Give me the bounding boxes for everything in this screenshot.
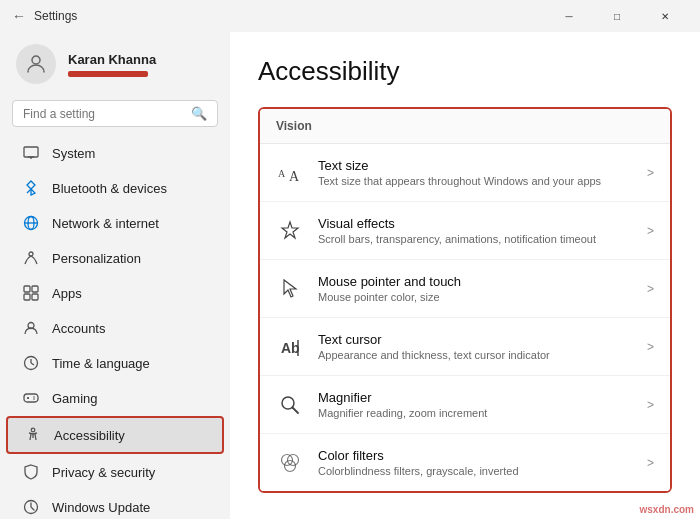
nav-list: SystemBluetooth & devicesNetwork & inter… [0, 135, 230, 519]
titlebar-title: Settings [34, 9, 77, 23]
svg-point-20 [33, 396, 35, 398]
sidebar-item-network[interactable]: Network & internet [6, 206, 224, 240]
color-filters-chevron-icon: > [647, 456, 654, 470]
sidebar-item-apps[interactable]: Apps [6, 276, 224, 310]
bluetooth-label: Bluetooth & devices [52, 181, 167, 196]
text-cursor-icon: Ab [276, 333, 304, 361]
mouse-pointer-chevron-icon: > [647, 282, 654, 296]
color-filters-text: Color filtersColorblindness filters, gra… [318, 448, 633, 477]
color-filters-description: Colorblindness filters, grayscale, inver… [318, 465, 633, 477]
svg-point-0 [32, 56, 40, 64]
mouse-pointer-icon [276, 275, 304, 303]
svg-text:A: A [289, 169, 300, 183]
svg-rect-17 [24, 394, 38, 402]
sidebar-item-system[interactable]: System [6, 136, 224, 170]
sidebar-item-bluetooth[interactable]: Bluetooth & devices [6, 171, 224, 205]
system-label: System [52, 146, 95, 161]
mouse-pointer-text: Mouse pointer and touchMouse pointer col… [318, 274, 633, 303]
text-size-icon: AA [276, 159, 304, 187]
text-size-title: Text size [318, 158, 633, 173]
visual-effects-chevron-icon: > [647, 224, 654, 238]
mouse-pointer-title: Mouse pointer and touch [318, 274, 633, 289]
main-content: Karan Khanna 🔍 SystemBluetooth & devices… [0, 32, 700, 519]
text-cursor-title: Text cursor [318, 332, 633, 347]
svg-rect-1 [24, 147, 38, 157]
svg-line-16 [31, 363, 34, 365]
accounts-label: Accounts [52, 321, 105, 336]
back-icon[interactable]: ← [12, 8, 26, 24]
svg-point-8 [29, 252, 33, 256]
visual-effects-description: Scroll bars, transparency, animations, n… [318, 233, 633, 245]
system-icon [22, 144, 40, 162]
user-info: Karan Khanna [68, 52, 156, 77]
svg-point-21 [33, 398, 35, 400]
text-cursor-chevron-icon: > [647, 340, 654, 354]
svg-point-22 [31, 428, 35, 432]
personalization-icon [22, 249, 40, 267]
svg-rect-9 [24, 286, 30, 292]
windows-update-icon [22, 498, 40, 516]
titlebar: ← Settings ─ □ ✕ [0, 0, 700, 32]
text-size-description: Text size that appears throughout Window… [318, 175, 633, 187]
user-section: Karan Khanna [0, 32, 230, 96]
apps-icon [22, 284, 40, 302]
watermark: wsxdn.com [640, 504, 694, 515]
text-size-chevron-icon: > [647, 166, 654, 180]
visual-effects-icon [276, 217, 304, 245]
text-cursor-description: Appearance and thickness, text cursor in… [318, 349, 633, 361]
search-box[interactable]: 🔍 [12, 100, 218, 127]
sidebar-item-gaming[interactable]: Gaming [6, 381, 224, 415]
magnifier-text: MagnifierMagnifier reading, zoom increme… [318, 390, 633, 419]
time-icon [22, 354, 40, 372]
color-filters-title: Color filters [318, 448, 633, 463]
content-area: Accessibility Vision AAText sizeText siz… [230, 32, 700, 519]
svg-rect-10 [32, 286, 38, 292]
network-label: Network & internet [52, 216, 159, 231]
sidebar-item-windows-update[interactable]: Windows Update [6, 490, 224, 519]
settings-item-color-filters[interactable]: Color filtersColorblindness filters, gra… [260, 434, 670, 491]
windows-update-label: Windows Update [52, 500, 150, 515]
sidebar-item-personalization[interactable]: Personalization [6, 241, 224, 275]
network-icon [22, 214, 40, 232]
bluetooth-icon [22, 179, 40, 197]
sidebar: Karan Khanna 🔍 SystemBluetooth & devices… [0, 32, 230, 519]
gaming-icon [22, 389, 40, 407]
visual-effects-text: Visual effectsScroll bars, transparency,… [318, 216, 633, 245]
magnifier-icon [276, 391, 304, 419]
mouse-pointer-description: Mouse pointer color, size [318, 291, 633, 303]
sidebar-item-accessibility[interactable]: Accessibility [6, 416, 224, 454]
settings-item-magnifier[interactable]: MagnifierMagnifier reading, zoom increme… [260, 376, 670, 434]
svg-line-30 [293, 407, 299, 413]
settings-items: AAText sizeText size that appears throug… [260, 144, 670, 491]
settings-item-text-size[interactable]: AAText sizeText size that appears throug… [260, 144, 670, 202]
accessibility-icon [24, 426, 42, 444]
svg-text:Ab: Ab [281, 340, 300, 356]
search-icon: 🔍 [191, 106, 207, 121]
maximize-button[interactable]: □ [594, 0, 640, 32]
svg-text:A: A [278, 168, 286, 179]
sidebar-item-accounts[interactable]: Accounts [6, 311, 224, 345]
accessibility-label: Accessibility [54, 428, 125, 443]
close-button[interactable]: ✕ [642, 0, 688, 32]
settings-item-text-cursor[interactable]: AbText cursorAppearance and thickness, t… [260, 318, 670, 376]
privacy-icon [22, 463, 40, 481]
text-cursor-text: Text cursorAppearance and thickness, tex… [318, 332, 633, 361]
avatar [16, 44, 56, 84]
minimize-button[interactable]: ─ [546, 0, 592, 32]
visual-effects-title: Visual effects [318, 216, 633, 231]
time-label: Time & language [52, 356, 150, 371]
sidebar-item-time[interactable]: Time & language [6, 346, 224, 380]
settings-section: Vision AAText sizeText size that appears… [258, 107, 672, 493]
sidebar-item-privacy[interactable]: Privacy & security [6, 455, 224, 489]
color-filters-icon [276, 449, 304, 477]
user-name: Karan Khanna [68, 52, 156, 67]
magnifier-title: Magnifier [318, 390, 633, 405]
settings-item-mouse-pointer[interactable]: Mouse pointer and touchMouse pointer col… [260, 260, 670, 318]
settings-item-visual-effects[interactable]: Visual effectsScroll bars, transparency,… [260, 202, 670, 260]
magnifier-chevron-icon: > [647, 398, 654, 412]
personalization-label: Personalization [52, 251, 141, 266]
magnifier-description: Magnifier reading, zoom increment [318, 407, 633, 419]
text-size-text: Text sizeText size that appears througho… [318, 158, 633, 187]
user-bar [68, 71, 148, 77]
search-input[interactable] [23, 107, 185, 121]
